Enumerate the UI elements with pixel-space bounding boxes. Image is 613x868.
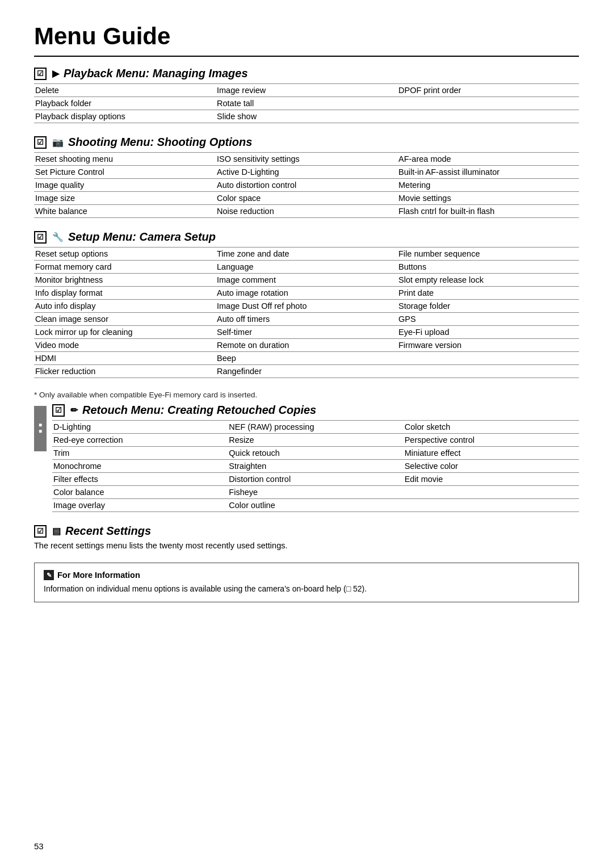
list-item: ISO sensitivity settings (216, 153, 397, 166)
list-item: Built-in AF-assist illuminator (397, 166, 579, 179)
list-item: Set Picture Control (34, 166, 216, 179)
list-item: Image quality (34, 179, 216, 192)
recent-icon: ▤ (52, 526, 61, 536)
list-item: Noise reduction (216, 205, 397, 218)
list-item: NEF (RAW) processing (228, 421, 403, 434)
retouch-icon: ✏ (70, 405, 78, 416)
shooting-grid: Reset shooting menu ISO sensitivity sett… (34, 152, 579, 218)
setup-grid: Reset setup options Time zone and date F… (34, 247, 579, 378)
list-item: Slot empty release lock (397, 274, 579, 287)
checkbox-icon: ☑ (34, 68, 47, 80)
info-box: ✎ For More Information Information on in… (34, 563, 579, 602)
info-box-body: Information on individual menu options i… (44, 583, 569, 595)
list-item (404, 486, 579, 499)
list-item: Info display format (34, 287, 216, 300)
list-item: Red-eye correction (52, 434, 228, 447)
list-item: GPS (397, 313, 579, 326)
shooting-heading: ☑ 📷 Shooting Menu: Shooting Options (34, 136, 579, 149)
eyefi-note: * Only available when compatible Eye-Fi … (34, 391, 579, 399)
list-item: AF-area mode (397, 153, 579, 166)
list-item: Language (216, 261, 397, 274)
list-item: Remote on duration (216, 339, 397, 352)
list-item: Print date (397, 287, 579, 300)
list-item: Quick retouch (228, 447, 403, 460)
playback-section: ☑ ▶ Playback Menu: Managing Images Delet… (34, 67, 579, 123)
playback-heading: ☑ ▶ Playback Menu: Managing Images (34, 67, 579, 80)
list-item: Clean image sensor (34, 313, 216, 326)
list-item: Metering (397, 179, 579, 192)
list-item: Straighten (228, 460, 403, 473)
list-item: Flicker reduction (34, 365, 216, 378)
list-item: Playback folder (34, 97, 216, 110)
list-item: Image overlay (52, 499, 228, 512)
list-item: Auto info display (34, 300, 216, 313)
recent-heading: ☑ ▤ Recent Settings (34, 525, 579, 538)
list-item: Rotate tall (216, 97, 397, 110)
playback-grid: Delete Image review DPOF print order Pla… (34, 83, 579, 123)
list-item: HDMI (34, 352, 216, 365)
recent-description: The recent settings menu lists the twent… (34, 541, 579, 550)
list-item: D-Lighting (52, 421, 228, 434)
list-item: Time zone and date (216, 248, 397, 261)
list-item (397, 97, 579, 110)
list-item: Reset shooting menu (34, 153, 216, 166)
retouch-sidebar-tab: ■■ (34, 406, 48, 451)
list-item: Delete (34, 84, 216, 97)
list-item: Perspective control (404, 434, 579, 447)
list-item: Image Dust Off ref photo (216, 300, 397, 313)
list-item: Edit movie (404, 473, 579, 486)
list-item: Firmware version (397, 339, 579, 352)
list-item: Reset setup options (34, 248, 216, 261)
checkbox-icon: ☑ (34, 231, 47, 244)
retouch-section: ■■ ☑ ✏ Retouch Menu: Creating Retouched … (34, 404, 579, 512)
list-item (404, 499, 579, 512)
list-item (397, 110, 579, 123)
list-item: Movie settings (397, 192, 579, 205)
setup-heading: ☑ 🔧 Setup Menu: Camera Setup (34, 230, 579, 244)
list-item: Beep (216, 352, 397, 365)
list-item: Video mode (34, 339, 216, 352)
list-item: Monochrome (52, 460, 228, 473)
list-item: Color outline (228, 499, 403, 512)
page-title: Menu Guide (34, 23, 579, 57)
info-icon: ✎ (44, 570, 54, 580)
retouch-grid: D-Lighting NEF (RAW) processing Color sk… (52, 420, 579, 512)
list-item: Active D-Lighting (216, 166, 397, 179)
checkbox-icon: ☑ (34, 525, 47, 538)
list-item: White balance (34, 205, 216, 218)
list-item: Auto off timers (216, 313, 397, 326)
list-item: Buttons (397, 261, 579, 274)
list-item: Color space (216, 192, 397, 205)
list-item (397, 352, 579, 365)
list-item: Distortion control (228, 473, 403, 486)
list-item: Fisheye (228, 486, 403, 499)
list-item: Lock mirror up for cleaning (34, 326, 216, 339)
list-item: Playback display options (34, 110, 216, 123)
list-item: Storage folder (397, 300, 579, 313)
list-item: Auto distortion control (216, 179, 397, 192)
page-number: 53 (34, 841, 44, 851)
list-item: Flash cntrl for built-in flash (397, 205, 579, 218)
retouch-heading: ☑ ✏ Retouch Menu: Creating Retouched Cop… (52, 404, 579, 417)
list-item: Image comment (216, 274, 397, 287)
list-item: Miniature effect (404, 447, 579, 460)
shooting-icon: 📷 (52, 137, 64, 148)
list-item: Slide show (216, 110, 397, 123)
list-item: Monitor brightness (34, 274, 216, 287)
list-item: DPOF print order (397, 84, 579, 97)
list-item: Image review (216, 84, 397, 97)
shooting-section: ☑ 📷 Shooting Menu: Shooting Options Rese… (34, 136, 579, 218)
list-item: Format memory card (34, 261, 216, 274)
list-item: Rangefinder (216, 365, 397, 378)
list-item: Color balance (52, 486, 228, 499)
list-item: Self-timer (216, 326, 397, 339)
list-item: File number sequence (397, 248, 579, 261)
setup-icon: 🔧 (52, 232, 64, 242)
setup-section: ☑ 🔧 Setup Menu: Camera Setup Reset setup… (34, 230, 579, 378)
list-item: Auto image rotation (216, 287, 397, 300)
list-item: Trim (52, 447, 228, 460)
list-item: Selective color (404, 460, 579, 473)
checkbox-icon: ☑ (34, 136, 47, 149)
list-item: Resize (228, 434, 403, 447)
list-item: Filter effects (52, 473, 228, 486)
